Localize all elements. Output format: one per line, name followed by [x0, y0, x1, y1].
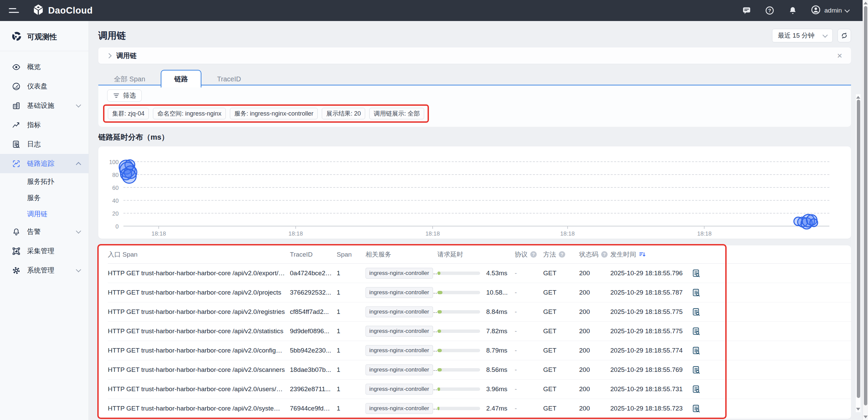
- latency-chart: 02040608010018:1818:1818:1818:1818:18: [98, 146, 851, 239]
- annotation-box-filters: 集群: zjq-04命名空间: ingress-nginx服务: ingress…: [103, 104, 429, 123]
- trace-table: 入口 SpanTraceIDSpan相关服务请求延时协议?方法?状态码?发生时间…: [98, 245, 851, 419]
- filter-chip[interactable]: 调用链展示: 全部: [369, 108, 424, 119]
- view-log-icon[interactable]: [692, 327, 851, 336]
- panel-scrollbar[interactable]: [856, 94, 861, 412]
- help-icon[interactable]: ?: [601, 251, 608, 258]
- scroll-up-icon[interactable]: [856, 96, 860, 99]
- sidebar-item-告警[interactable]: 告警: [0, 222, 88, 241]
- filter-chip[interactable]: 集群: zjq-04: [108, 108, 149, 119]
- scroll-down-icon[interactable]: [864, 416, 868, 418]
- cell-span-count: 1: [337, 269, 366, 277]
- bell-icon[interactable]: [788, 5, 798, 16]
- sidebar-item-指标[interactable]: 指标: [0, 115, 88, 135]
- cell-status: 200: [579, 366, 610, 374]
- service-chip[interactable]: ingress-nginx-controller: [366, 287, 433, 298]
- sidebar-item-label: 概览: [27, 62, 41, 72]
- service-chip[interactable]: ingress-nginx-controller: [366, 326, 433, 337]
- gridline: [123, 161, 829, 162]
- tab-underline: [98, 85, 851, 85]
- view-log-icon[interactable]: [692, 269, 851, 278]
- service-chip[interactable]: ingress-nginx-controller: [366, 268, 433, 279]
- sidebar-item-概览[interactable]: 概览: [0, 57, 88, 77]
- latency-track: [437, 272, 480, 275]
- cell-entry-span: HTTP GET trust-harbor-harbor-harbor-core…: [108, 385, 290, 393]
- view-log-icon[interactable]: [692, 288, 851, 297]
- latency-bubble[interactable]: [809, 218, 818, 227]
- cell-span-count: 1: [337, 366, 366, 374]
- hamburger-menu-icon[interactable]: [9, 8, 19, 13]
- sidebar-subitem-调用链[interactable]: 调用链: [0, 206, 88, 222]
- service-chip[interactable]: ingress-nginx-controller: [366, 306, 433, 317]
- latency-track: [437, 368, 480, 372]
- service-chip[interactable]: ingress-nginx-controller: [366, 384, 433, 395]
- filter-chip[interactable]: 服务: ingress-nginx-controller: [230, 108, 318, 119]
- app-root: DaoCloud ? admin: [0, 0, 868, 420]
- sidebar-item-系统管理[interactable]: 系统管理: [0, 261, 88, 280]
- service-chip[interactable]: ingress-nginx-controller: [366, 345, 433, 356]
- help-icon[interactable]: ?: [530, 251, 537, 258]
- view-log-icon[interactable]: [692, 404, 851, 413]
- user-menu[interactable]: admin: [811, 5, 849, 16]
- sidebar-subitem-服务[interactable]: 服务: [0, 189, 88, 206]
- help-icon[interactable]: ?: [559, 251, 565, 258]
- message-icon[interactable]: [742, 5, 752, 16]
- x-tick-label: 18:18: [697, 231, 712, 237]
- cell-service: ingress-nginx-controller: [366, 287, 437, 298]
- filter-chip[interactable]: 展示结果: 20: [322, 108, 365, 119]
- view-log-icon[interactable]: [692, 346, 851, 355]
- panel-scrollbar-thumb[interactable]: [857, 100, 860, 398]
- view-log-icon[interactable]: [692, 385, 851, 394]
- table-row[interactable]: HTTP GET trust-harbor-harbor-harbor-core…: [108, 399, 851, 418]
- service-chip[interactable]: ingress-nginx-controller: [366, 403, 433, 414]
- view-log-icon[interactable]: [692, 307, 851, 317]
- cell-protocol: -: [515, 327, 543, 335]
- table-row[interactable]: HTTP GET trust-harbor-harbor-harbor-core…: [108, 302, 851, 322]
- refresh-button[interactable]: [837, 29, 851, 42]
- cell-trace-id: 0a4724bce2c...: [290, 269, 337, 277]
- sidebar-item-链路追踪[interactable]: 链路追踪: [0, 154, 88, 173]
- table-row[interactable]: HTTP GET trust-harbor-harbor-harbor-core…: [108, 341, 851, 360]
- page-scrollbar-thumb[interactable]: [864, 6, 867, 405]
- x-tick-mark: [295, 226, 296, 229]
- brand[interactable]: DaoCloud: [33, 4, 93, 17]
- scroll-down-icon[interactable]: [856, 408, 860, 411]
- tab-链路[interactable]: 链路: [161, 70, 201, 87]
- sidebar-item-采集管理[interactable]: 采集管理: [0, 241, 88, 261]
- table-row[interactable]: HTTP GET trust-harbor-harbor-harbor-core…: [108, 322, 851, 341]
- latency-bubble[interactable]: [122, 169, 137, 184]
- service-chip[interactable]: ingress-nginx-controller: [366, 364, 433, 375]
- latency-track: [437, 310, 480, 314]
- x-tick-mark: [704, 226, 705, 229]
- page-scrollbar[interactable]: [863, 0, 868, 420]
- scroll-up-icon[interactable]: [864, 2, 868, 4]
- cell-entry-span: HTTP GET trust-harbor-harbor-harbor-core…: [108, 366, 290, 374]
- cell-status: 200: [579, 308, 610, 316]
- sidebar-item-基础设施[interactable]: 基础设施: [0, 96, 88, 115]
- view-log-icon[interactable]: [692, 365, 851, 375]
- help-icon[interactable]: ?: [765, 5, 775, 16]
- column-header-发生时间[interactable]: 发生时间: [610, 250, 692, 259]
- time-range-select[interactable]: 最近 15 分钟: [772, 29, 833, 42]
- table-row[interactable]: HTTP GET trust-harbor-harbor-harbor-core…: [108, 360, 851, 380]
- table-row[interactable]: HTTP GET trust-harbor-harbor-harbor-core…: [108, 264, 851, 283]
- y-tick-label: 100: [103, 159, 119, 166]
- sidebar-item-仪表盘[interactable]: 仪表盘: [0, 77, 88, 96]
- filter-button[interactable]: 筛选: [107, 89, 142, 102]
- chevron-right-icon[interactable]: [106, 53, 112, 58]
- cell-trace-id: cf854ff7ad2...: [290, 308, 337, 316]
- chevron-down-icon: [76, 228, 81, 234]
- sidebar-subitem-服务拓扑[interactable]: 服务拓扑: [0, 173, 88, 189]
- latency-value: 8.56ms: [486, 366, 507, 374]
- cell-time: 2025-10-29 18:18:55.775: [610, 327, 692, 335]
- sort-desc-icon[interactable]: [639, 251, 646, 258]
- cell-method: GET: [543, 347, 579, 354]
- sidebar-item-日志[interactable]: 日志: [0, 135, 88, 154]
- chevron-up-icon: [76, 162, 81, 167]
- cell-span-count: 1: [337, 405, 366, 412]
- table-row[interactable]: HTTP GET trust-harbor-harbor-harbor-core…: [108, 283, 851, 302]
- cell-protocol: -: [515, 289, 543, 296]
- sidebar-product[interactable]: 可观测性: [0, 21, 88, 51]
- table-row[interactable]: HTTP GET trust-harbor-harbor-harbor-core…: [108, 380, 851, 399]
- filter-chip[interactable]: 命名空间: ingress-nginx: [153, 108, 226, 119]
- close-icon[interactable]: ×: [837, 51, 842, 60]
